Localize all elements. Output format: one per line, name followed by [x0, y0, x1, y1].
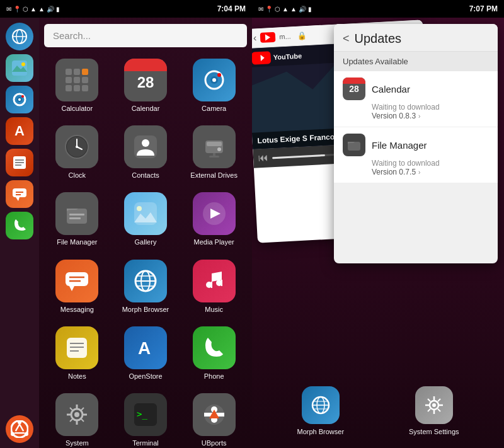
notes-label: Notes — [68, 372, 86, 381]
svg-rect-42 — [69, 214, 84, 215]
bluetooth-icon: ⬡ — [23, 6, 28, 13]
app-item-messaging[interactable]: Messaging — [44, 255, 110, 319]
dock-settings-svg — [423, 394, 445, 416]
openstore-sidebar-label: A — [14, 123, 25, 139]
right-bluetooth-icon: ⬡ — [275, 6, 280, 13]
ubuntu-button[interactable] — [6, 415, 33, 443]
svg-line-104 — [428, 409, 430, 411]
calculator-label: Calculator — [62, 105, 93, 113]
ubuntu-logo — [11, 420, 28, 438]
sidebar-app-2[interactable] — [6, 54, 33, 82]
svg-point-33 — [76, 146, 78, 148]
svg-line-102 — [428, 399, 430, 401]
left-panel: ✉ 📍 ⬡ ▲ ▲ 🔊 ▮ 7:04 PM — [0, 0, 252, 448]
right-signal-icon: ▲ — [282, 6, 289, 13]
calendar-update-name: Calendar — [372, 84, 410, 95]
svg-marker-50 — [69, 286, 74, 291]
sidebar-app-7[interactable] — [6, 212, 33, 239]
system-label: System — [66, 439, 89, 447]
svg-point-28 — [217, 73, 221, 77]
app-item-file-manager[interactable]: File Manager — [44, 187, 110, 251]
svg-point-27 — [212, 78, 216, 82]
right-panel: ✉ 📍 ⬡ ▲ ▲ 🔊 ▮ 7:07 PM ‹ m... 🔒 — [252, 0, 504, 448]
svg-rect-90 — [348, 142, 360, 151]
dock-settings-label: System Settings — [409, 428, 459, 435]
sidebar: A — [0, 18, 39, 448]
youtube-logo — [260, 32, 276, 43]
signal-icon: ▲ — [30, 6, 37, 13]
svg-marker-15 — [16, 197, 20, 201]
app-item-media-player[interactable]: Media Player ••• — [181, 187, 247, 251]
dock-morph-svg — [309, 394, 332, 416]
sidebar-app-4[interactable]: A — [6, 117, 33, 145]
right-status-icons: ✉ 📍 ⬡ ▲ ▲ 🔊 ▮ — [258, 6, 312, 13]
update-item-calendar: 28 Calendar Waiting to download Version … — [334, 71, 498, 127]
status-bar-left: ✉ 📍 ⬡ ▲ ▲ 🔊 ▮ 7:04 PM — [0, 0, 252, 18]
bottom-dock: Morph Browser System Settings — [252, 376, 504, 448]
dock-settings-icon — [415, 386, 453, 424]
app-item-openstore[interactable]: A OpenStore — [113, 321, 179, 386]
calendar-label: Calendar — [132, 105, 160, 113]
system-icon — [63, 401, 91, 428]
left-status-icons: ✉ 📍 ⬡ ▲ ▲ 🔊 ▮ — [6, 6, 60, 13]
gallery-label: Gallery — [135, 238, 157, 246]
svg-point-97 — [432, 403, 436, 407]
svg-rect-43 — [69, 217, 81, 219]
app-item-gallery[interactable]: Gallery — [113, 187, 179, 251]
sidebar-app-3[interactable] — [6, 86, 33, 113]
update-item-calendar-header: 28 Calendar — [343, 78, 489, 100]
filemanager-update-name: File Manager — [372, 140, 427, 151]
filemanager-update-icon — [343, 134, 365, 156]
sidebar-app-1[interactable] — [6, 23, 33, 50]
app-item-calendar[interactable]: 28 Calendar — [113, 54, 179, 118]
external-drives-icon — [200, 133, 228, 161]
app-item-system[interactable]: System — [44, 388, 110, 448]
terminal-icon: >_ — [132, 401, 159, 428]
app-item-contacts[interactable]: Contacts — [113, 120, 179, 185]
app-item-terminal[interactable]: >_ Terminal — [113, 388, 179, 448]
app-item-phone[interactable]: Phone — [181, 321, 247, 386]
contacts-label: Contacts — [132, 171, 159, 180]
svg-text:A: A — [138, 338, 151, 358]
calendar-update-version[interactable]: Version 0.8.3 › — [343, 112, 489, 120]
back-btn[interactable]: ‹ — [253, 32, 257, 43]
prev-button[interactable]: ⏮ — [258, 152, 269, 164]
messaging-label: Messaging — [60, 306, 94, 314]
right-content: ‹ m... 🔒 YouTube — [252, 18, 504, 376]
terminal-label: Terminal — [132, 439, 159, 447]
app-item-morph-browser[interactable]: Morph Browser — [113, 255, 179, 319]
updates-card: < Updates Updates Available 28 Calendar … — [334, 24, 498, 263]
music-icon — [200, 267, 228, 295]
app-item-calculator[interactable]: Calculator — [44, 54, 110, 118]
app-item-external-drives[interactable]: External Drives — [181, 120, 247, 185]
notes-sidebar-icon — [11, 154, 28, 171]
media-player-label: Media Player — [194, 238, 234, 246]
notes-icon — [63, 334, 91, 362]
filemanager-update-version[interactable]: Version 0.7.5 › — [343, 168, 489, 176]
phone-sidebar-icon — [11, 217, 28, 234]
morph-browser-icon — [132, 267, 159, 295]
search-bar[interactable]: Search... — [44, 24, 247, 47]
update-item-filemanager: File Manager Waiting to download Version… — [334, 127, 498, 183]
sidebar-app-5[interactable] — [6, 149, 33, 176]
dock-item-system-settings[interactable]: System Settings — [409, 386, 459, 435]
right-time: 7:07 PM — [469, 4, 498, 13]
svg-line-23 — [20, 424, 23, 431]
lock-icon: 🔒 — [297, 31, 307, 40]
openstore-label: OpenStore — [129, 372, 162, 381]
dock-item-morph-browser[interactable]: Morph Browser — [297, 386, 344, 435]
app-item-ubports[interactable]: UBports — [181, 388, 247, 448]
svg-line-105 — [438, 399, 440, 401]
app-item-camera[interactable]: Camera — [181, 54, 247, 118]
right-location-icon: 📍 — [265, 6, 273, 13]
app-item-clock[interactable]: Clock — [44, 120, 110, 185]
app-item-music[interactable]: Music — [181, 255, 247, 319]
location-icon: 📍 — [13, 6, 21, 13]
sidebar-app-6[interactable] — [6, 180, 33, 208]
svg-point-21 — [25, 432, 28, 436]
updates-back-button[interactable]: < — [343, 32, 350, 45]
clock-label: Clock — [69, 171, 86, 180]
updates-title: Updates — [355, 32, 402, 46]
phone-label: Phone — [204, 372, 224, 381]
app-item-notes[interactable]: Notes — [44, 321, 110, 386]
